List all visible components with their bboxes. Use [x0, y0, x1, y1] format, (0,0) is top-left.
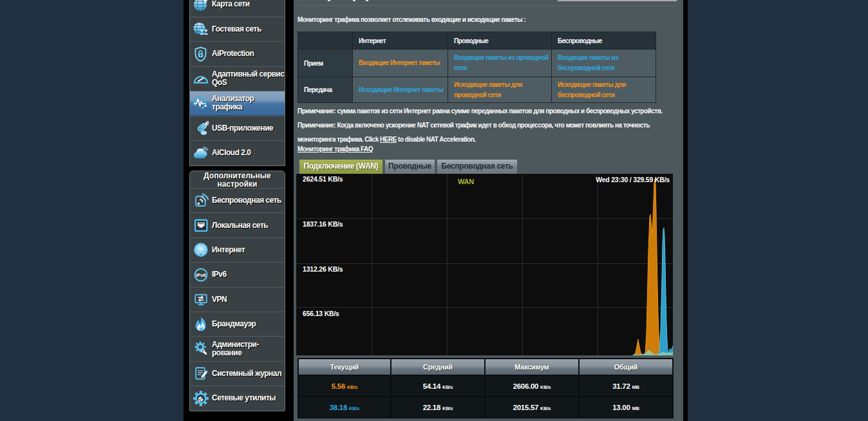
svg-text:IPv6: IPv6	[196, 272, 205, 278]
